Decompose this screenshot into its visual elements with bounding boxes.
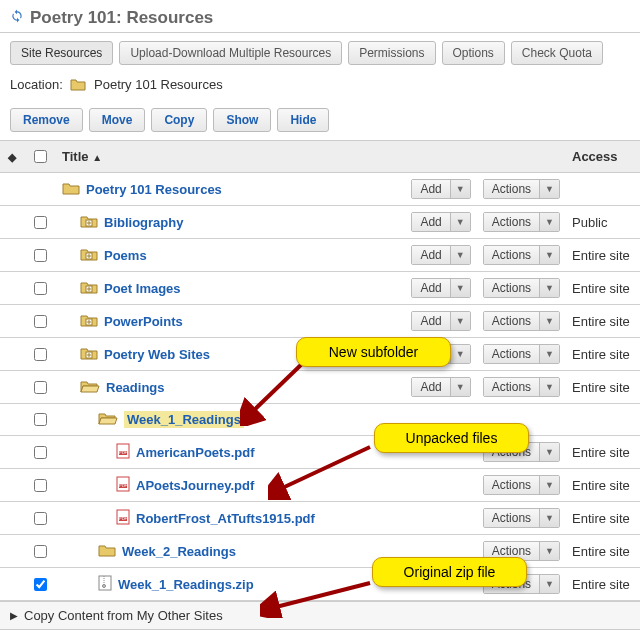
page-title: Poetry 101: Resources bbox=[30, 8, 213, 28]
table-row: PoemsAdd▼Actions▼Entire site bbox=[0, 239, 640, 272]
add-dropdown[interactable]: Add▼ bbox=[411, 245, 470, 265]
table-row: Week_2_ReadingsActions▼Entire site bbox=[0, 535, 640, 568]
resource-link[interactable]: APoetsJourney.pdf bbox=[136, 478, 254, 493]
location-breadcrumb: Location: Poetry 101 Resources bbox=[0, 73, 640, 104]
actions-dropdown[interactable]: Actions▼ bbox=[483, 311, 560, 331]
row-checkbox[interactable] bbox=[34, 446, 47, 459]
actions-dropdown[interactable]: Actions▼ bbox=[483, 508, 560, 528]
row-checkbox[interactable] bbox=[34, 381, 47, 394]
resource-link[interactable]: RobertFrost_AtTufts1915.pdf bbox=[136, 511, 315, 526]
chevron-down-icon: ▼ bbox=[450, 246, 470, 264]
toolbar-button[interactable]: Check Quota bbox=[511, 41, 603, 65]
actions-dropdown[interactable]: Actions▼ bbox=[483, 377, 560, 397]
location-prefix: Location: bbox=[10, 77, 63, 92]
resource-link[interactable]: Poems bbox=[104, 248, 147, 263]
table-row: PDFRobertFrost_AtTufts1915.pdfActions▼En… bbox=[0, 502, 640, 535]
add-dropdown[interactable]: Add▼ bbox=[411, 179, 470, 199]
folder-plus-icon bbox=[80, 214, 98, 231]
action-button[interactable]: Hide bbox=[277, 108, 329, 132]
row-checkbox[interactable] bbox=[34, 578, 47, 591]
add-dropdown[interactable]: Add▼ bbox=[411, 212, 470, 232]
callout-original-zip: Original zip file bbox=[372, 557, 527, 587]
folder-open-icon bbox=[80, 379, 100, 396]
chevron-right-icon: ▶ bbox=[10, 610, 18, 621]
resource-link[interactable]: AmericanPoets.pdf bbox=[136, 445, 254, 460]
row-checkbox[interactable] bbox=[34, 545, 47, 558]
actions-dropdown[interactable]: Actions▼ bbox=[483, 212, 560, 232]
chevron-down-icon: ▼ bbox=[539, 180, 559, 198]
pdf-icon: PDF bbox=[116, 509, 130, 528]
add-dropdown[interactable]: Add▼ bbox=[411, 377, 470, 397]
table-row: Poet ImagesAdd▼Actions▼Entire site bbox=[0, 272, 640, 305]
folder-open-icon bbox=[98, 411, 118, 428]
svg-rect-14 bbox=[99, 576, 111, 590]
callout-new-subfolder: New subfolder bbox=[296, 337, 451, 367]
actions-dropdown[interactable]: Actions▼ bbox=[483, 278, 560, 298]
chevron-down-icon: ▼ bbox=[539, 476, 559, 494]
chevron-down-icon: ▼ bbox=[450, 345, 470, 363]
toolbar: Site ResourcesUpload-Download Multiple R… bbox=[0, 33, 640, 73]
action-button[interactable]: Remove bbox=[10, 108, 83, 132]
row-checkbox[interactable] bbox=[34, 315, 47, 328]
toolbar-button[interactable]: Options bbox=[442, 41, 505, 65]
resource-link[interactable]: Week_1_Readings bbox=[124, 411, 244, 428]
col-title-header[interactable]: Title ▲ bbox=[56, 141, 405, 173]
select-all-checkbox[interactable] bbox=[34, 150, 47, 163]
svg-point-15 bbox=[103, 584, 106, 587]
resources-table: ◆ Title ▲ Access Poetry 101 ResourcesAdd… bbox=[0, 140, 640, 601]
actions-dropdown[interactable]: Actions▼ bbox=[483, 475, 560, 495]
pdf-icon: PDF bbox=[116, 443, 130, 462]
copy-content-toggle[interactable]: ▶ Copy Content from My Other Sites bbox=[0, 601, 640, 630]
actions-dropdown[interactable]: Actions▼ bbox=[483, 344, 560, 364]
toolbar-button[interactable]: Upload-Download Multiple Resources bbox=[119, 41, 342, 65]
actions-dropdown[interactable]: Actions▼ bbox=[483, 179, 560, 199]
row-checkbox[interactable] bbox=[34, 216, 47, 229]
chevron-down-icon: ▼ bbox=[539, 509, 559, 527]
resource-link[interactable]: Week_2_Readings bbox=[122, 544, 236, 559]
toolbar-button[interactable]: Site Resources bbox=[10, 41, 113, 65]
chevron-down-icon: ▼ bbox=[539, 378, 559, 396]
row-checkbox[interactable] bbox=[34, 413, 47, 426]
row-checkbox[interactable] bbox=[34, 479, 47, 492]
access-label: Entire site bbox=[566, 371, 640, 404]
svg-text:PDF: PDF bbox=[119, 450, 128, 455]
toolbar-button[interactable]: Permissions bbox=[348, 41, 435, 65]
footer-label: Copy Content from My Other Sites bbox=[24, 608, 223, 623]
col-sort[interactable]: ◆ bbox=[0, 141, 24, 173]
resource-link[interactable]: Poetry 101 Resources bbox=[86, 182, 222, 197]
access-label: Entire site bbox=[566, 535, 640, 568]
resource-link[interactable]: Poet Images bbox=[104, 281, 181, 296]
folder-plus-icon bbox=[80, 313, 98, 330]
chevron-down-icon: ▼ bbox=[450, 213, 470, 231]
svg-text:PDF: PDF bbox=[119, 483, 128, 488]
row-checkbox[interactable] bbox=[34, 249, 47, 262]
action-button[interactable]: Copy bbox=[151, 108, 207, 132]
resource-link[interactable]: Bibliography bbox=[104, 215, 183, 230]
table-row: Week_1_Readings bbox=[0, 404, 640, 436]
chevron-down-icon: ▼ bbox=[450, 180, 470, 198]
action-button[interactable]: Move bbox=[89, 108, 146, 132]
add-dropdown[interactable]: Add▼ bbox=[411, 311, 470, 331]
chevron-down-icon: ▼ bbox=[539, 575, 559, 593]
row-checkbox[interactable] bbox=[34, 348, 47, 361]
resource-link[interactable]: Poetry Web Sites bbox=[104, 347, 210, 362]
action-button[interactable]: Show bbox=[213, 108, 271, 132]
resource-link[interactable]: PowerPoints bbox=[104, 314, 183, 329]
resource-link[interactable]: Week_1_Readings.zip bbox=[118, 577, 254, 592]
add-dropdown[interactable]: Add▼ bbox=[411, 278, 470, 298]
access-label: Entire site bbox=[566, 338, 640, 371]
row-checkbox[interactable] bbox=[34, 512, 47, 525]
chevron-down-icon: ▼ bbox=[539, 443, 559, 461]
access-label: Entire site bbox=[566, 239, 640, 272]
access-label: Entire site bbox=[566, 305, 640, 338]
folder-plus-icon bbox=[80, 280, 98, 297]
col-checkbox-header bbox=[24, 141, 56, 173]
resource-link[interactable]: Readings bbox=[106, 380, 165, 395]
chevron-down-icon: ▼ bbox=[539, 279, 559, 297]
table-row: PDFAPoetsJourney.pdfActions▼Entire site bbox=[0, 469, 640, 502]
row-checkbox[interactable] bbox=[34, 282, 47, 295]
chevron-down-icon: ▼ bbox=[450, 378, 470, 396]
folder-icon bbox=[98, 543, 116, 560]
actions-dropdown[interactable]: Actions▼ bbox=[483, 245, 560, 265]
access-label bbox=[566, 173, 640, 206]
